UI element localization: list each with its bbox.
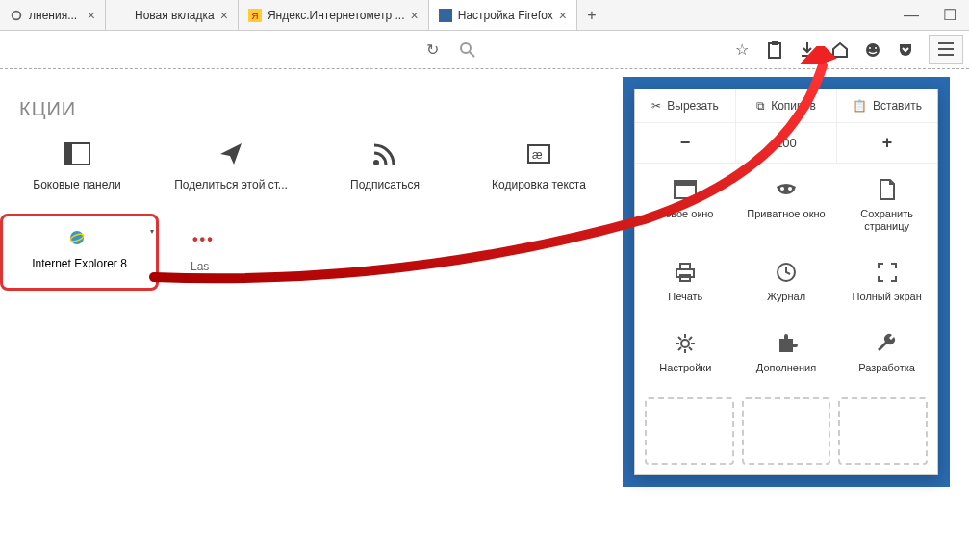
addons-button[interactable]: Дополнения xyxy=(736,318,837,388)
tab-label: Новая вкладка xyxy=(135,9,215,22)
svg-point-21 xyxy=(788,187,792,191)
new-tab-button[interactable]: + xyxy=(577,7,606,24)
item-encoding[interactable]: æ Кодировка текста xyxy=(481,140,597,191)
new-window-button[interactable]: Новое окно xyxy=(635,164,736,246)
wrench-icon xyxy=(875,331,900,356)
item-label: Подписаться xyxy=(327,178,443,191)
settings-button[interactable]: Настройки xyxy=(635,318,736,388)
tab-label: лнения... xyxy=(29,9,82,22)
panel-grid: Новое окно Приватное окно Сохранить стра… xyxy=(635,164,937,388)
svg-rect-6 xyxy=(769,43,780,58)
home-icon[interactable] xyxy=(830,40,850,60)
save-page-button[interactable]: Сохранить страницу xyxy=(836,164,937,246)
svg-point-0 xyxy=(13,11,21,19)
item-sidebars[interactable]: Боковые панели xyxy=(19,140,135,191)
svg-text:æ: æ xyxy=(532,148,543,162)
copy-icon: ⧉ xyxy=(756,99,765,113)
window-controls: — ☐ xyxy=(892,1,969,30)
toolbar: ↻ ☆ xyxy=(0,31,969,69)
cut-button[interactable]: ✂Вырезать xyxy=(635,89,735,122)
item-subscribe[interactable]: Подписаться xyxy=(327,140,443,191)
encoding-icon: æ xyxy=(524,140,553,168)
scissors-icon: ✂ xyxy=(651,99,661,113)
tab-customize[interactable]: Настройка Firefox × xyxy=(429,0,577,30)
minimize-button[interactable]: — xyxy=(892,1,931,30)
close-icon[interactable]: × xyxy=(411,8,419,23)
tab-bar: лнения... × Новая вкладка × Я Яндекс.Инт… xyxy=(0,0,969,31)
drop-slot[interactable] xyxy=(742,397,831,465)
tab-label: Яндекс.Интернетометр ... xyxy=(268,9,405,22)
tab-label: Настройка Firefox xyxy=(458,9,553,22)
svg-point-26 xyxy=(681,340,689,347)
mask-icon xyxy=(774,177,799,202)
zoom-row: − 100 + xyxy=(635,123,937,164)
menu-button[interactable] xyxy=(929,35,963,64)
zoom-value: 100 xyxy=(735,123,836,163)
svg-rect-12 xyxy=(64,143,72,165)
rss-icon xyxy=(370,140,399,168)
file-icon xyxy=(875,177,900,202)
gear-icon xyxy=(673,331,698,356)
download-icon[interactable] xyxy=(798,40,817,60)
share-icon xyxy=(217,140,245,168)
panel-wrapper: ✂Вырезать ⧉Копиров 📋Вставить − 100 + Нов… xyxy=(623,77,950,487)
edit-row: ✂Вырезать ⧉Копиров 📋Вставить xyxy=(635,89,937,123)
svg-point-8 xyxy=(866,43,880,57)
smile-icon[interactable] xyxy=(863,40,882,60)
svg-point-10 xyxy=(875,47,877,49)
svg-rect-3 xyxy=(439,9,452,22)
reload-button[interactable]: ↻ xyxy=(420,38,445,63)
blank-icon xyxy=(115,9,129,22)
item-label: Боковые панели xyxy=(19,178,135,191)
gear-icon xyxy=(10,9,23,22)
yandex-icon: Я xyxy=(248,9,262,22)
item-share[interactable]: Поделиться этой ст... xyxy=(173,140,289,191)
zoom-in-button[interactable]: + xyxy=(836,123,937,163)
zoom-out-button[interactable]: − xyxy=(635,123,735,163)
paste-button[interactable]: 📋Вставить xyxy=(836,89,937,122)
menu-panel: ✂Вырезать ⧉Копиров 📋Вставить − 100 + Нов… xyxy=(634,89,938,475)
history-icon xyxy=(774,260,799,285)
svg-point-20 xyxy=(780,187,784,191)
clipboard-icon[interactable] xyxy=(765,40,784,60)
print-button[interactable]: Печать xyxy=(635,246,736,317)
svg-rect-19 xyxy=(675,181,696,186)
tab-yandex[interactable]: Я Яндекс.Интернетометр ... × xyxy=(239,0,429,30)
pocket-icon[interactable] xyxy=(896,40,915,60)
truncated-label: Las xyxy=(191,260,209,273)
firefox-icon xyxy=(439,9,452,22)
search-icon[interactable] xyxy=(458,40,477,60)
svg-line-5 xyxy=(470,52,474,57)
dropdown-icon: ▾ xyxy=(150,227,154,236)
svg-rect-7 xyxy=(772,41,778,45)
fullscreen-button[interactable]: Полный экран xyxy=(836,246,937,317)
drop-slot[interactable] xyxy=(838,397,928,465)
svg-point-13 xyxy=(373,160,379,165)
item-ie8-highlighted[interactable]: ▾ Internet Explorer 8 xyxy=(0,214,159,291)
maximize-button[interactable]: ☐ xyxy=(931,1,969,30)
more-dots: ••• xyxy=(192,231,215,248)
print-icon xyxy=(673,260,698,285)
window-icon xyxy=(673,177,698,202)
tab-newtab[interactable]: Новая вкладка × xyxy=(106,0,239,30)
private-window-button[interactable]: Приватное окно xyxy=(736,164,837,246)
clipboard-icon: 📋 xyxy=(853,99,867,113)
fullscreen-icon xyxy=(875,260,900,285)
drop-zone[interactable] xyxy=(635,388,937,474)
drop-slot[interactable] xyxy=(645,397,734,465)
item-label: Internet Explorer 8 xyxy=(13,257,146,270)
svg-point-4 xyxy=(461,43,471,53)
ie-icon xyxy=(69,230,85,245)
item-label: Поделиться этой ст... xyxy=(173,178,289,191)
tab-addons[interactable]: лнения... × xyxy=(0,0,106,30)
close-icon[interactable]: × xyxy=(559,8,567,23)
item-label: Кодировка текста xyxy=(481,178,597,191)
history-button[interactable]: Журнал xyxy=(736,246,837,317)
close-icon[interactable]: × xyxy=(220,8,228,23)
sidebar-icon xyxy=(63,140,91,168)
copy-button[interactable]: ⧉Копиров xyxy=(735,89,836,122)
star-icon[interactable]: ☆ xyxy=(732,40,752,60)
puzzle-icon xyxy=(774,331,799,356)
close-icon[interactable]: × xyxy=(88,8,95,23)
developer-button[interactable]: Разработка xyxy=(836,318,937,388)
